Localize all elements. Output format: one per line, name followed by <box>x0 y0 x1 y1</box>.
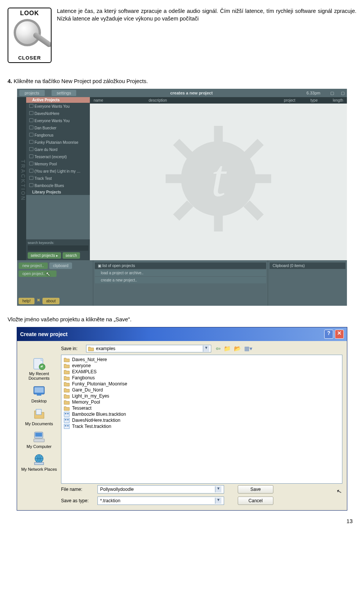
col-description: description <box>149 98 167 102</box>
window-title: creates a new project <box>83 91 300 95</box>
project-tree-item[interactable]: DavesNotHere <box>26 110 90 117</box>
active-projects-header[interactable]: Active Projects <box>26 97 90 103</box>
folder-item[interactable]: everyone <box>63 363 340 369</box>
folder-icon <box>64 406 70 411</box>
my-documents-icon <box>32 407 46 421</box>
main-header: name description project type length <box>90 97 347 104</box>
mouse-cursor-icon: ↖ <box>46 271 50 277</box>
maximize-icon[interactable]: ▢ <box>341 91 345 96</box>
dialog-titlebar: Create new project ? ✕ <box>17 327 347 341</box>
svg-rect-28 <box>65 425 66 426</box>
clipboard-header: Clipboard (0 items) <box>270 262 345 269</box>
tracktion-logo: TRACKTION <box>17 97 26 260</box>
svg-rect-25 <box>65 419 66 420</box>
new-folder-icon[interactable]: 📂 <box>234 345 241 352</box>
new-project-button[interactable]: new project.. <box>19 262 48 269</box>
folder-icon <box>64 363 70 368</box>
save-in-dropdown[interactable]: examples ▼ <box>86 345 211 352</box>
network-places-icon <box>32 453 46 466</box>
file-item[interactable]: Track Test.tracktion <box>63 423 340 429</box>
folder-item[interactable]: Memory_Pool <box>63 399 340 405</box>
search-button[interactable]: search <box>63 252 80 259</box>
search-input[interactable] <box>28 245 88 251</box>
place-network[interactable]: My Network Places <box>21 453 57 472</box>
clipboard-button[interactable]: clipboard <box>49 262 72 269</box>
svg-rect-14 <box>37 394 41 396</box>
file-name-input[interactable]: Pollywollydoodle ▼ <box>97 485 224 494</box>
col-length: length <box>333 98 343 102</box>
folder-icon <box>64 369 70 374</box>
svg-rect-4 <box>251 174 271 183</box>
tracktion-window: projects settings creates a new project … <box>17 89 347 306</box>
open-project-button[interactable]: open project.. <box>19 270 56 277</box>
place-desktop[interactable]: Desktop <box>31 384 47 403</box>
place-my-documents[interactable]: My Documents <box>25 407 53 426</box>
project-tree-item[interactable]: Fangbonus <box>26 132 90 139</box>
file-item[interactable]: Bamboozle Blues.tracktion <box>63 411 340 417</box>
time-display: 6.33pm <box>306 91 323 95</box>
folder-item[interactable]: Daves_Not_Here <box>63 357 340 363</box>
chevron-down-icon[interactable]: ▼ <box>215 486 221 492</box>
project-tree-item[interactable]: Everyone Wants You <box>26 103 90 110</box>
back-icon[interactable]: ⇦ <box>216 345 221 352</box>
page-number: 13 <box>8 518 356 524</box>
load-project-row[interactable]: load a project or archive.. <box>95 270 266 276</box>
folder-item[interactable]: Tesseract <box>63 405 340 411</box>
svg-rect-3 <box>166 174 185 183</box>
svg-rect-29 <box>67 425 69 426</box>
up-folder-icon[interactable]: 📁 <box>224 345 231 352</box>
save-button[interactable]: Save <box>238 485 273 494</box>
look-text: LOOK <box>20 10 39 17</box>
help-icon[interactable]: ? <box>324 330 333 339</box>
folder-item[interactable]: EXAMPLES <box>63 369 340 375</box>
after-text: Vložte jméno vašeho projektu a klikněte … <box>8 316 356 322</box>
project-tree-item[interactable]: Everyone Wants You <box>26 117 90 124</box>
project-tree-item[interactable]: Gare du Nord <box>26 146 90 153</box>
svg-rect-20 <box>35 462 44 465</box>
bottom-panel: new project.. clipboard open project.. ↖… <box>17 260 347 306</box>
folder-item[interactable]: Fangbonus <box>63 375 340 381</box>
project-tree-item[interactable]: Dan Buecker <box>26 124 90 132</box>
library-projects-header[interactable]: Library Projects <box>26 189 90 195</box>
file-list[interactable]: Daves_Not_HereeveryoneEXAMPLESFangbonusF… <box>61 355 342 484</box>
folder-icon <box>64 375 70 380</box>
file-item[interactable]: DavesNotHere.tracktion <box>63 417 340 423</box>
svg-rect-2 <box>214 212 223 231</box>
chevron-down-icon[interactable]: ▼ <box>215 498 221 504</box>
folder-item[interactable]: Funky_Plutonian_Moonrise <box>63 381 340 387</box>
save-dialog: Create new project ? ✕ Save in: examples… <box>17 327 347 511</box>
tracktion-watermark-icon: t <box>163 124 273 234</box>
tab-projects[interactable]: projects <box>19 90 45 96</box>
place-my-computer[interactable]: My Computer <box>27 430 52 449</box>
project-tree-item[interactable]: Tesseract (excerpt) <box>26 153 90 160</box>
svg-text:t: t <box>211 149 227 207</box>
select-projects-button[interactable]: select projects ▸ <box>28 252 61 259</box>
project-tree-item[interactable]: (You are the) Light in my … <box>26 168 90 175</box>
save-type-dropdown[interactable]: *.tracktion ▼ <box>97 497 224 505</box>
folder-icon <box>64 393 70 399</box>
tracktion-file-icon <box>64 424 70 429</box>
col-project: project <box>284 98 295 102</box>
svg-rect-17 <box>35 433 42 437</box>
close-icon[interactable]: ✕ <box>335 330 344 339</box>
folder-item[interactable]: Gare_Du_Nord <box>63 387 340 393</box>
tab-settings[interactable]: settings <box>52 90 77 96</box>
help-button[interactable]: help! <box>19 298 35 304</box>
cancel-button[interactable]: Cancel <box>238 497 273 505</box>
place-recent[interactable]: My Recent Documents <box>19 357 59 380</box>
look-closer-badge: LOOK CLOSER <box>8 8 52 63</box>
open-projects-header: ▣ list of open projects <box>95 262 266 269</box>
about-button[interactable]: about <box>42 298 60 304</box>
project-tree-item[interactable]: Funky Plutanian Moonrise <box>26 139 90 146</box>
chevron-down-icon[interactable]: ▼ <box>203 346 209 352</box>
project-tree-item[interactable]: Memory Pool <box>26 160 90 168</box>
create-project-row[interactable]: create a new project.. <box>95 277 266 283</box>
project-tree-item[interactable]: Track Test <box>26 175 90 182</box>
folder-icon <box>64 381 70 387</box>
minimize-icon[interactable]: ▢ <box>330 91 334 96</box>
project-tree-item[interactable]: Bamboozle Blues <box>26 182 90 189</box>
folder-item[interactable]: Light_in_my_Eyes <box>63 393 340 399</box>
svg-rect-7 <box>173 200 193 220</box>
view-menu-icon[interactable]: ▦▾ <box>244 345 253 352</box>
save-type-label: Save as type: <box>61 498 93 503</box>
